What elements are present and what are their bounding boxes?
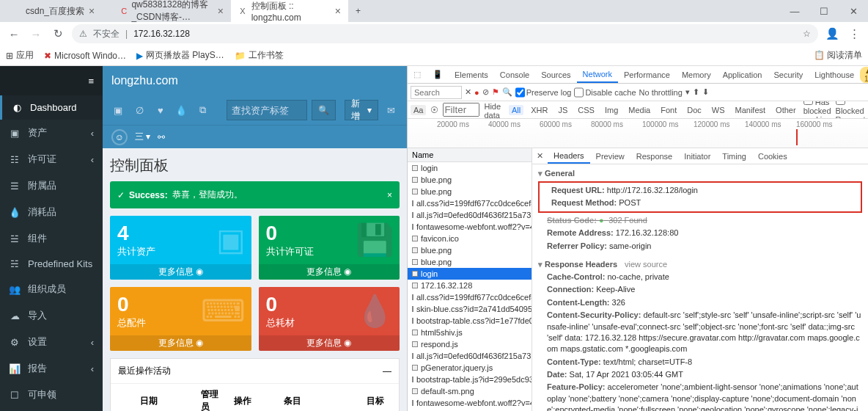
throttle-select[interactable]: No throttling xyxy=(639,88,683,97)
preserve-log-checkbox[interactable]: Preserve log xyxy=(515,86,572,99)
url-field[interactable]: ⚠ 不安全 | 172.16.32.128 ☆ xyxy=(72,24,818,43)
filter-chip[interactable]: Font xyxy=(658,105,680,115)
toolbar-icon[interactable]: ♥ xyxy=(152,101,169,119)
toolbar-icon[interactable]: 💧 xyxy=(173,101,190,119)
filter-chip[interactable]: Img xyxy=(602,105,621,115)
request-row[interactable]: default-sm.png xyxy=(408,385,532,397)
request-row[interactable]: skin-blue.css?id=2a741dd5409582c0af69 xyxy=(408,303,532,315)
network-timeline[interactable]: 20000 ms40000 ms60000 ms80000 ms100000 m… xyxy=(408,119,868,148)
star-icon[interactable]: ☆ xyxy=(803,29,811,39)
request-row[interactable]: blue.png xyxy=(408,244,532,256)
download-icon[interactable]: ⬇ xyxy=(702,87,709,97)
maximize-button[interactable]: ☐ xyxy=(809,6,839,17)
request-row[interactable]: blue.png xyxy=(408,174,532,186)
filter-chip[interactable]: CSS xyxy=(575,105,597,115)
devtools-tab[interactable]: Console xyxy=(494,66,535,83)
request-row[interactable]: blue.png xyxy=(408,256,532,268)
upload-icon[interactable]: ⬆ xyxy=(693,87,699,97)
close-icon[interactable]: × xyxy=(335,5,341,17)
close-button[interactable]: ✕ xyxy=(839,6,868,17)
inspect-icon[interactable]: ⬚ xyxy=(408,66,427,83)
bookmark-item[interactable]: ▶ 网页播放器 PlayS… xyxy=(136,49,224,62)
request-row[interactable]: all.js?id=0efed60df4636f215a73 xyxy=(408,209,532,221)
bookmark-item[interactable]: ✖ Microsoft Windo… xyxy=(44,51,126,61)
close-detail-button[interactable]: ✕ xyxy=(532,151,548,161)
toolbar-icon[interactable]: ▣ xyxy=(110,101,127,119)
sidebar-item[interactable]: ☵Predefined Kits xyxy=(0,252,103,276)
request-row[interactable]: all.js?id=0efed60df4636f215a73 xyxy=(408,350,532,362)
collapse-button[interactable]: — xyxy=(383,366,391,377)
search-icon[interactable]: 🔍 xyxy=(502,87,512,97)
forward-button[interactable]: → xyxy=(28,28,44,40)
reading-list[interactable]: 📋 阅读清单 xyxy=(814,49,862,62)
alert-close-button[interactable]: × xyxy=(387,190,392,200)
detail-tab[interactable]: Initiator xyxy=(678,148,716,164)
devtools-tab[interactable]: Lighthouse xyxy=(809,66,860,83)
sidebar-item[interactable]: ⚙设置‹ xyxy=(0,329,103,355)
request-row[interactable]: login xyxy=(408,162,532,174)
sidebar-item[interactable]: 👥组织成员 xyxy=(0,276,103,302)
request-row[interactable]: respond.js xyxy=(408,338,532,350)
back-button[interactable]: ← xyxy=(6,28,22,40)
browser-tab-active[interactable]: X 控制面板 :: longzhu.com × xyxy=(231,0,348,27)
filter-input[interactable] xyxy=(443,103,479,117)
user-avatar-icon[interactable]: ☺ xyxy=(111,129,128,145)
sidebar-item[interactable]: ☷许可证‹ xyxy=(0,146,103,172)
hide-data-urls-checkbox[interactable]: Hide data URLs xyxy=(484,101,504,119)
more-link[interactable]: 更多信息 ◉ xyxy=(110,264,251,280)
user-dropdown[interactable]: 三 ▾ xyxy=(135,131,150,143)
detail-tab[interactable]: Timing xyxy=(716,148,752,164)
browser-tab[interactable]: csdn_百度搜索 × xyxy=(4,1,114,22)
disable-cache-checkbox[interactable]: Disable cache xyxy=(574,86,636,99)
request-row[interactable]: html5shiv.js xyxy=(408,327,532,338)
request-row[interactable]: all.css?id=199fdf677cc0dce6cef8 xyxy=(408,197,532,209)
devtools-tab[interactable]: Network xyxy=(577,66,618,83)
clear-icon[interactable]: ⊘ xyxy=(482,87,489,97)
detail-tab[interactable]: Headers xyxy=(548,148,590,164)
request-row[interactable]: bootstrap-table.css?id=1e77fde04b3f42432… xyxy=(408,315,532,327)
detail-tab[interactable]: Preview xyxy=(590,148,630,164)
add-button[interactable]: 新增 ▾ xyxy=(345,100,378,120)
filter-chip[interactable]: Media xyxy=(625,105,653,115)
sidebar-item[interactable]: ☁导入 xyxy=(0,302,103,329)
search-button[interactable]: 🔍 xyxy=(312,100,336,120)
request-row[interactable]: blue.png xyxy=(408,186,532,197)
sidebar-item[interactable]: ☐可申领 xyxy=(0,382,103,408)
filter-icon[interactable]: ⚑ xyxy=(492,87,499,97)
toolbar-icon[interactable]: ⧉ xyxy=(194,101,211,119)
device-icon[interactable]: 📱 xyxy=(427,66,449,83)
filter-chip[interactable]: JS xyxy=(555,105,570,115)
devtools-tab[interactable]: Application xyxy=(717,66,768,83)
devtools-tab[interactable]: Elements xyxy=(449,66,494,83)
filter-chip[interactable]: Other xyxy=(773,105,799,115)
close-icon[interactable]: × xyxy=(218,5,224,17)
bookmark-item[interactable]: 📁 工作书签 xyxy=(235,49,284,62)
search-input[interactable] xyxy=(227,100,307,120)
filter-chip[interactable]: Doc xyxy=(684,105,705,115)
blocked-requests-checkbox[interactable]: Blocked Requests xyxy=(836,101,868,119)
view-source-link[interactable]: view source xyxy=(625,260,667,269)
filter-chip[interactable]: XHR xyxy=(528,105,551,115)
sidebar-item[interactable]: ☰附属品 xyxy=(0,172,103,199)
menu-icon[interactable]: ⋮ xyxy=(846,27,862,40)
more-link[interactable]: 更多信息 ◉ xyxy=(259,264,400,280)
general-section[interactable]: ▾General xyxy=(538,167,862,180)
devtools-tab[interactable]: Security xyxy=(768,66,809,83)
request-row[interactable]: fontawesome-webfont.woff2?v=4.7.0 xyxy=(408,221,532,233)
close-search-icon[interactable]: ✕ xyxy=(465,87,471,97)
new-tab-button[interactable]: + xyxy=(348,6,368,16)
request-row[interactable]: bootstrap-table.js?id=299e5dc93430f2ae33… xyxy=(408,374,532,385)
sidebar-item[interactable]: ◐Dashboard xyxy=(0,95,103,120)
request-row[interactable]: favicon.ico xyxy=(408,233,532,244)
filter-chip[interactable]: Manifest xyxy=(732,105,769,115)
toolbar-icon[interactable]: ∅ xyxy=(131,101,148,119)
sidebar-item[interactable]: ▣资产‹ xyxy=(0,120,103,146)
message-icon[interactable]: ✉ xyxy=(383,101,400,119)
search-input[interactable] xyxy=(411,86,462,99)
devtools-tab[interactable]: Memory xyxy=(676,66,717,83)
request-row[interactable]: 172.16.32.128 xyxy=(408,280,532,291)
close-icon[interactable]: × xyxy=(89,5,95,17)
filter-chip[interactable]: All xyxy=(509,105,523,115)
detail-tab[interactable]: Cookies xyxy=(752,148,793,164)
reload-button[interactable]: ↻ xyxy=(50,27,66,40)
